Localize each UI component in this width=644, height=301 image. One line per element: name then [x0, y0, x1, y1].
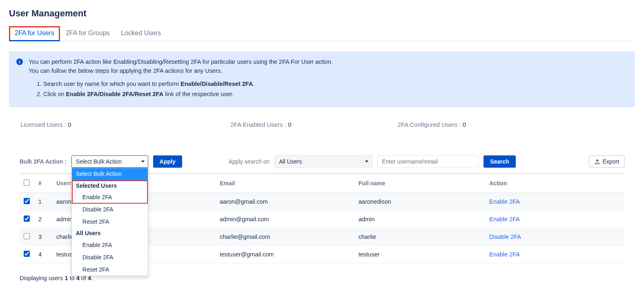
row-checkbox[interactable]: [24, 233, 30, 239]
th-email: Email: [216, 173, 354, 193]
tab-2fa-groups[interactable]: 2FA for Groups: [60, 26, 116, 41]
bulk-action-select[interactable]: Select Bulk Action: [71, 155, 148, 168]
row-action-link[interactable]: Enable 2FA: [489, 216, 520, 222]
row-action-link[interactable]: Enable 2FA: [489, 198, 520, 205]
dd-opt-all-enable[interactable]: Enable 2FA: [72, 239, 148, 252]
th-action: Action: [485, 173, 624, 193]
dd-opt-selected-enable[interactable]: Enable 2FA: [72, 191, 148, 204]
row-num: 3: [34, 228, 52, 246]
bulk-action-dropdown: Select Bulk Action Selected Users Enable…: [71, 168, 148, 276]
row-email: admin@gmail.com: [216, 211, 354, 228]
dd-opt-selected-reset[interactable]: Reset 2FA: [72, 216, 148, 228]
tabs: 2FA for Users 2FA for Groups Locked User…: [9, 26, 635, 41]
row-fullname: admin: [354, 211, 485, 228]
apply-search-label: Apply search on: [229, 158, 270, 165]
search-button[interactable]: Search: [484, 155, 516, 168]
th-num: #: [34, 173, 52, 193]
dd-group-all-users: All Users: [72, 228, 148, 239]
dd-opt-selected-disable[interactable]: Disable 2FA: [72, 204, 148, 216]
controls-row: Bulk 2FA Action : Select Bulk Action Sel…: [9, 155, 635, 168]
info-line2: You can follow the below steps for apply…: [29, 67, 333, 76]
bulk-action-label: Bulk 2FA Action :: [20, 158, 67, 165]
row-fullname: charlie: [354, 228, 485, 246]
stat-licensed: Licensed Users : 0: [20, 121, 71, 128]
tab-2fa-users[interactable]: 2FA for Users: [9, 26, 60, 41]
row-checkbox[interactable]: [24, 251, 30, 257]
info-box: i You can perform 2FA action like Enabli…: [9, 51, 635, 107]
row-email: aaron@gmail.com: [216, 193, 354, 211]
row-fullname: testuser: [354, 246, 485, 263]
row-num: 4: [34, 246, 52, 263]
dd-opt-all-disable[interactable]: Disable 2FA: [72, 252, 148, 264]
row-num: 2: [34, 211, 52, 228]
row-email: charlie@gmail.com: [216, 228, 354, 246]
tab-locked-users[interactable]: Locked Users: [116, 26, 167, 41]
th-fullname: Full name: [354, 173, 485, 193]
apply-button[interactable]: Apply: [153, 155, 182, 168]
row-checkbox[interactable]: [24, 216, 30, 222]
row-fullname: aaronedison: [354, 193, 485, 211]
info-line1: You can perform 2FA action like Enabling…: [29, 58, 333, 67]
export-label: Export: [603, 158, 619, 165]
row-email: testuser@gmail.com: [216, 246, 354, 263]
stat-configured: 2FA Configured Users : 0: [398, 121, 466, 128]
row-action-link[interactable]: Enable 2FA: [489, 251, 520, 258]
search-input[interactable]: [377, 155, 479, 168]
export-button[interactable]: Export: [589, 155, 624, 168]
page-title: User Management: [9, 8, 635, 19]
dd-group-selected-users: Selected Users: [72, 180, 148, 192]
stat-enabled: 2FA Enabled Users : 0: [230, 121, 291, 128]
bulk-action-select-wrap: Select Bulk Action Select Bulk Action Se…: [71, 155, 148, 168]
info-step-1: Search user by name for which you want t…: [43, 80, 333, 89]
info-icon: i: [16, 58, 23, 65]
row-checkbox[interactable]: [24, 198, 30, 204]
row-action-link[interactable]: Disable 2FA: [489, 234, 521, 240]
stats-row: Licensed Users : 0 2FA Enabled Users : 0…: [9, 119, 635, 130]
select-all-checkbox[interactable]: [24, 180, 30, 186]
apply-search-select[interactable]: All Users: [274, 155, 372, 168]
dd-opt-select-bulk[interactable]: Select Bulk Action: [72, 168, 148, 180]
export-icon: [594, 159, 600, 165]
row-num: 1: [34, 193, 52, 211]
dd-opt-all-reset[interactable]: Reset 2FA: [72, 264, 148, 276]
info-step-2: Click on Enable 2FA/Disable 2FA/Reset 2F…: [43, 90, 333, 99]
